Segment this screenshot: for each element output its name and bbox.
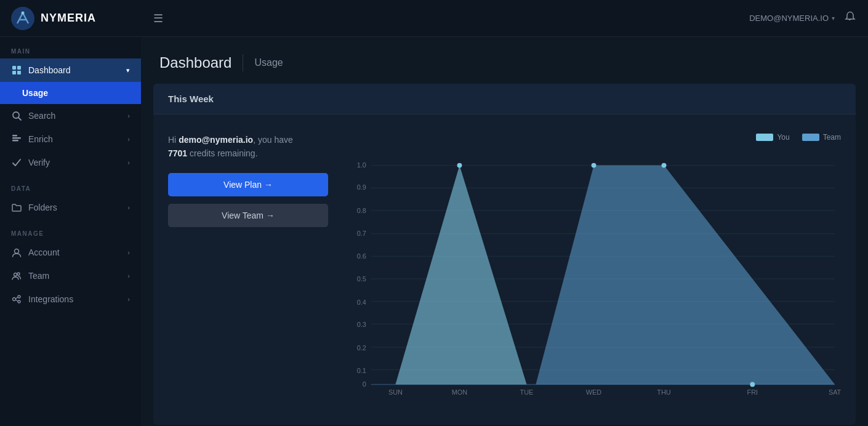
legend-team-swatch	[802, 134, 819, 141]
logo-text: NYMERIA	[41, 12, 96, 25]
svg-point-14	[13, 298, 16, 301]
usage-label: Usage	[22, 88, 48, 98]
team-icon	[11, 270, 22, 281]
svg-text:SAT: SAT	[829, 388, 841, 396]
svg-text:0.5: 0.5	[357, 275, 366, 283]
svg-rect-2	[12, 66, 16, 70]
page-title: Dashboard	[159, 54, 231, 71]
chevron-right-icon-account: ›	[127, 249, 130, 256]
legend-you: You	[756, 133, 789, 142]
svg-text:THU: THU	[657, 388, 671, 396]
team-label: Team	[28, 271, 49, 281]
svg-text:MON: MON	[452, 388, 467, 396]
svg-rect-3	[17, 66, 21, 70]
integrations-icon	[11, 294, 22, 305]
enrich-icon	[11, 134, 22, 145]
svg-text:SUN: SUN	[388, 388, 403, 396]
chevron-down-icon: ▾	[126, 66, 130, 74]
dashboard-label: Dashboard	[28, 65, 71, 75]
chart-dot-wed	[592, 163, 597, 168]
chart-area: You Team 1.0 0.9 0.8 0.7	[353, 133, 841, 406]
svg-point-11	[15, 249, 19, 254]
greeting-suffix: , you have	[253, 135, 293, 145]
svg-text:0.2: 0.2	[357, 344, 366, 352]
sidebar-item-enrich[interactable]: Enrich ›	[0, 127, 141, 151]
sidebar-item-search[interactable]: Search ›	[0, 104, 141, 127]
sidebar-item-team[interactable]: Team ›	[0, 264, 141, 287]
chart-container: 1.0 0.9 0.8 0.7 0.6 0.5 0.4 0.3 0.2 0.1 …	[353, 148, 841, 406]
enrich-label: Enrich	[28, 134, 53, 144]
section-label-main: MAIN	[0, 37, 141, 58]
sidebar-item-integrations[interactable]: Integrations ›	[0, 287, 141, 311]
sidebar-item-account[interactable]: Account ›	[0, 241, 141, 264]
card-left-panel: Hi demo@nymeria.io, you have 7701 credit…	[168, 133, 328, 235]
chart-svg: 1.0 0.9 0.8 0.7 0.6 0.5 0.4 0.3 0.2 0.1 …	[353, 148, 841, 406]
account-icon	[11, 247, 22, 258]
legend-you-swatch	[756, 134, 773, 141]
chart-dot-fri	[750, 382, 755, 387]
greeting-prefix: Hi	[168, 135, 179, 145]
view-plan-button[interactable]: View Plan →	[168, 173, 328, 196]
legend-you-label: You	[777, 133, 789, 142]
bell-icon[interactable]	[845, 11, 856, 25]
chart-dot-thu	[662, 163, 667, 168]
sidebar-logo: NYMERIA	[0, 0, 141, 37]
chevron-right-icon-enrich: ›	[127, 135, 130, 143]
svg-rect-5	[17, 71, 21, 74]
svg-text:0.3: 0.3	[357, 321, 366, 328]
user-dropdown-icon: ▾	[832, 15, 835, 22]
legend-team-label: Team	[823, 133, 841, 142]
usage-card: This Week Hi demo@nymeria.io, you have 7…	[153, 84, 856, 425]
dashboard-icon	[11, 65, 22, 76]
topbar-user[interactable]: DEMO@NYMERIA.IO ▾	[749, 14, 835, 23]
svg-rect-10	[12, 135, 17, 137]
sidebar-item-dashboard[interactable]: Dashboard ▾	[0, 58, 141, 82]
chevron-right-icon: ›	[127, 112, 130, 119]
verify-icon	[11, 157, 22, 168]
svg-point-12	[14, 273, 17, 276]
chevron-right-icon-folders: ›	[127, 204, 130, 211]
main-content: ☰ DEMO@NYMERIA.IO ▾ Dashboard Usage This…	[141, 0, 868, 426]
credits-label: credits remaining.	[190, 148, 258, 158]
svg-text:0: 0	[363, 380, 366, 388]
folders-label: Folders	[28, 203, 57, 212]
svg-point-16	[18, 300, 20, 303]
svg-text:0.8: 0.8	[357, 207, 366, 214]
svg-text:TUE: TUE	[520, 388, 534, 396]
svg-point-1	[22, 11, 25, 14]
sidebar-item-folders[interactable]: Folders ›	[0, 196, 141, 219]
verify-label: Verify	[28, 158, 50, 167]
page-subtitle: Usage	[254, 57, 283, 68]
chevron-right-icon-verify: ›	[127, 159, 130, 166]
svg-text:0.7: 0.7	[357, 230, 366, 237]
section-label-data: DATA	[0, 174, 141, 196]
search-label: Search	[28, 111, 55, 121]
svg-text:0.4: 0.4	[357, 299, 366, 306]
breadcrumb: Dashboard Usage	[141, 37, 868, 84]
hamburger-icon[interactable]: ☰	[153, 12, 163, 25]
view-team-button[interactable]: View Team →	[168, 204, 328, 227]
chart-area-you	[395, 166, 526, 385]
svg-line-18	[16, 300, 18, 301]
svg-line-17	[16, 297, 18, 299]
header-divider	[243, 54, 243, 71]
logo-icon	[11, 7, 34, 30]
card-body: Hi demo@nymeria.io, you have 7701 credit…	[153, 115, 856, 425]
chart-legend: You Team	[353, 133, 841, 142]
svg-rect-8	[12, 137, 21, 139]
sidebar: NYMERIA MAIN Dashboard ▾ Usage Search › …	[0, 0, 141, 426]
integrations-label: Integrations	[28, 294, 73, 304]
svg-text:0.1: 0.1	[357, 367, 366, 374]
search-icon	[11, 110, 22, 121]
chart-area-team	[536, 166, 835, 385]
topbar-right: DEMO@NYMERIA.IO ▾	[749, 11, 856, 25]
user-email: DEMO@NYMERIA.IO	[749, 14, 829, 23]
legend-team: Team	[802, 133, 841, 142]
sidebar-item-usage[interactable]: Usage	[0, 82, 141, 104]
svg-text:0.9: 0.9	[357, 183, 366, 191]
chart-dot-mon	[457, 163, 462, 168]
topbar: ☰ DEMO@NYMERIA.IO ▾	[141, 0, 868, 37]
svg-text:WED: WED	[586, 388, 602, 396]
sidebar-item-verify[interactable]: Verify ›	[0, 151, 141, 174]
chevron-right-icon-team: ›	[127, 272, 130, 279]
